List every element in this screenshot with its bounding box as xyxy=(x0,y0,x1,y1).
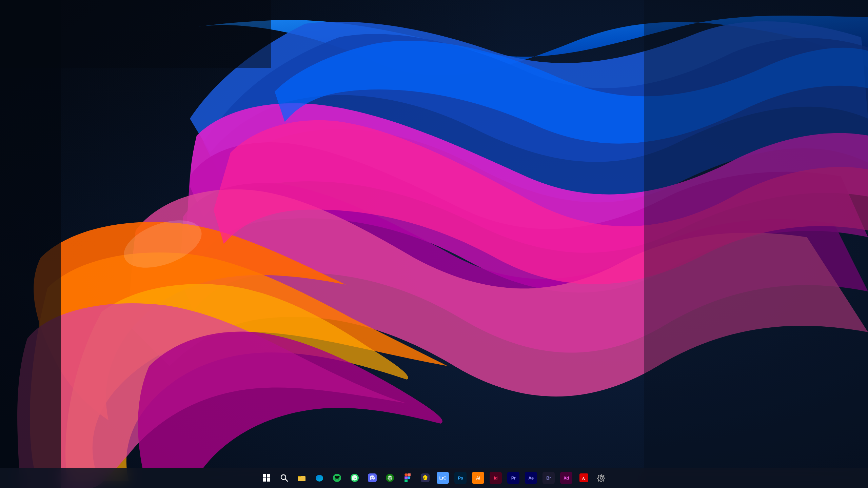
svg-rect-4 xyxy=(0,0,61,488)
lightroom-label: LrC xyxy=(437,472,449,484)
discord-button[interactable] xyxy=(364,470,380,486)
premiere-label: Pr xyxy=(507,472,519,484)
search-button[interactable] xyxy=(276,470,292,486)
premiere-button[interactable]: Pr xyxy=(505,470,521,486)
svg-point-10 xyxy=(333,474,341,482)
start-button[interactable] xyxy=(258,470,275,486)
edge-icon xyxy=(315,473,324,482)
lunacy-icon: F xyxy=(421,473,430,482)
xd-button[interactable]: Xd xyxy=(558,470,574,486)
svg-point-17 xyxy=(391,476,392,477)
svg-rect-5 xyxy=(0,0,271,68)
windows-icon xyxy=(263,474,270,482)
svg-point-16 xyxy=(388,476,389,477)
lunacy-button[interactable]: F xyxy=(417,470,433,486)
settings-button[interactable] xyxy=(593,470,610,486)
bridge-label: Br xyxy=(542,472,555,484)
edge-button[interactable] xyxy=(311,470,328,486)
acrobat-button[interactable]: A xyxy=(576,470,592,486)
after-effects-label: Ae xyxy=(525,472,537,484)
svg-point-14 xyxy=(373,477,374,479)
svg-line-7 xyxy=(285,479,288,482)
svg-rect-19 xyxy=(405,476,408,479)
figma-button[interactable] xyxy=(399,470,416,486)
indesign-label: Id xyxy=(490,472,502,484)
xd-label: Xd xyxy=(560,472,572,484)
acrobat-icon: A xyxy=(579,473,588,482)
svg-text:F: F xyxy=(423,477,425,480)
after-effects-button[interactable]: Ae xyxy=(523,470,539,486)
whatsapp-button[interactable] xyxy=(347,470,363,486)
svg-rect-3 xyxy=(644,0,868,488)
svg-point-28 xyxy=(600,476,603,479)
svg-rect-20 xyxy=(405,480,408,482)
svg-rect-18 xyxy=(405,473,408,476)
indesign-button[interactable]: Id xyxy=(488,470,504,486)
xbox-button[interactable] xyxy=(382,470,398,486)
whatsapp-icon xyxy=(350,473,359,482)
xbox-icon xyxy=(386,473,394,482)
desktop: F LrC Ps Ai Id Pr Ae Br xyxy=(0,0,868,488)
illustrator-button[interactable]: Ai xyxy=(470,470,486,486)
discord-icon xyxy=(368,473,377,482)
spotify-button[interactable] xyxy=(329,470,345,486)
bridge-button[interactable]: Br xyxy=(540,470,557,486)
svg-rect-21 xyxy=(408,473,411,476)
settings-icon xyxy=(597,473,606,482)
photoshop-label: Ps xyxy=(454,472,467,484)
taskbar: F LrC Ps Ai Id Pr Ae Br xyxy=(0,468,868,488)
file-explorer-button[interactable] xyxy=(294,470,310,486)
wallpaper xyxy=(0,0,868,488)
svg-point-22 xyxy=(408,476,410,479)
spotify-icon xyxy=(333,473,341,482)
figma-icon xyxy=(405,473,411,482)
illustrator-label: Ai xyxy=(472,472,484,484)
svg-text:A: A xyxy=(582,476,585,481)
svg-point-13 xyxy=(371,477,372,479)
folder-icon xyxy=(297,473,306,482)
photoshop-button[interactable]: Ps xyxy=(452,470,469,486)
lightroom-button[interactable]: LrC xyxy=(435,470,451,486)
svg-point-9 xyxy=(316,475,323,482)
search-icon xyxy=(280,474,288,482)
